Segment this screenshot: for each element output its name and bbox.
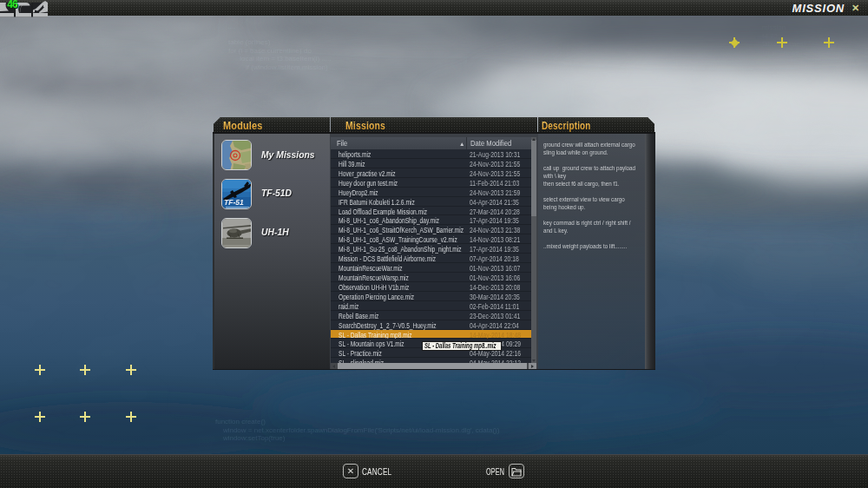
svg-text:TF-51: TF-51 xyxy=(224,198,244,207)
